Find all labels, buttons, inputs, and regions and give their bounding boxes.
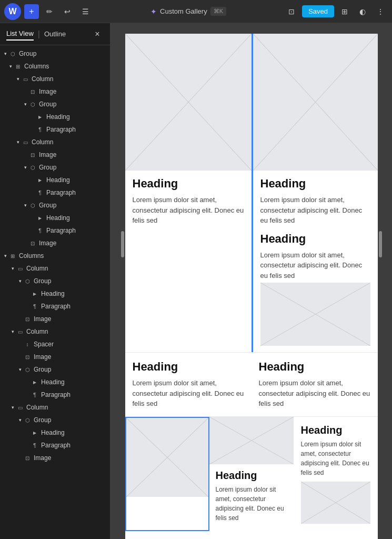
paragraph-icon-3: ¶ xyxy=(36,226,44,235)
theme-button[interactable]: ◐ xyxy=(355,4,370,19)
toggle-group-5[interactable] xyxy=(17,366,23,373)
tree-label-group-2: Group xyxy=(39,164,56,171)
toggle-columns-1[interactable] xyxy=(7,63,14,70)
paragraph-3: Lorem ipsum dolor sit amet, consectetur … xyxy=(260,250,370,281)
tree-item-heading-2[interactable]: ▶ Heading xyxy=(0,174,110,186)
tree-item-image-1[interactable]: ⊡ Image xyxy=(0,85,110,98)
paragraph-2: Lorem ipsum dolor sit amet, consectetur … xyxy=(260,195,370,226)
image-icon-2: ⊡ xyxy=(28,151,37,159)
tree-item-group-5[interactable]: ⬡ Group xyxy=(0,363,110,376)
group-icon-6: ⬡ xyxy=(23,416,32,424)
tree-item-group-1a[interactable]: ⬡ Group xyxy=(0,98,110,111)
col-3-mid: Heading Lorem ipsum dolor sit amet, cons… xyxy=(209,417,294,531)
preview-button[interactable]: ⊡ xyxy=(284,4,299,19)
paragraph-icon-2: ¶ xyxy=(36,188,44,197)
image-placeholder-3 xyxy=(260,283,370,346)
heading-icon-1: ▶ xyxy=(36,113,44,121)
heading-2: Heading xyxy=(260,177,370,191)
tree-item-heading-3[interactable]: ▶ Heading xyxy=(0,212,110,224)
tree-item-group-4[interactable]: ⬡ Group xyxy=(0,275,110,287)
tab-outline[interactable]: Outline xyxy=(44,28,66,40)
scroll-handle-right[interactable] xyxy=(379,231,382,257)
paragraph-icon-5: ¶ xyxy=(31,391,39,399)
topbar-right: ⊡ Saved ⊞ ◐ ⋮ xyxy=(284,4,388,19)
tree-item-group-3[interactable]: ⬡ Group xyxy=(0,199,110,212)
tree-item-heading-1[interactable]: ▶ Heading xyxy=(0,111,110,123)
toggle-columns-2[interactable] xyxy=(2,252,8,259)
col-2-left: Heading Lorem ipsum dolor sit amet, cons… xyxy=(125,353,252,416)
tree-item-paragraph-4[interactable]: ¶ Paragraph xyxy=(0,300,110,313)
tree-item-column-5[interactable]: ▭ Column xyxy=(0,401,110,414)
tree-item-paragraph-2[interactable]: ¶ Paragraph xyxy=(0,186,110,199)
heading-icon-5: ▶ xyxy=(31,378,39,386)
tree-item-spacer-1[interactable]: ↕ Spacer xyxy=(0,338,110,351)
tree-label-heading-4: Heading xyxy=(41,290,65,297)
more-options-button[interactable]: ⋮ xyxy=(373,4,388,19)
heading-4: Heading xyxy=(133,360,244,374)
tab-list-view[interactable]: List View xyxy=(6,27,34,41)
tree-item-image-2[interactable]: ⊡ Image xyxy=(0,148,110,161)
list-view-button[interactable]: ☰ xyxy=(78,4,93,19)
image-placeholder-5 xyxy=(209,417,294,464)
tools-button[interactable]: ✏ xyxy=(42,4,57,19)
tree-label-paragraph-5: Paragraph xyxy=(41,391,71,398)
tree-label-image-4: Image xyxy=(34,315,51,323)
tree-item-group-6[interactable]: ⬡ Group xyxy=(0,414,110,426)
toggle-group-1a[interactable] xyxy=(22,101,28,108)
toggle-column-4[interactable] xyxy=(9,328,16,335)
col-2-right: Heading Lorem ipsum dolor sit amet, cons… xyxy=(252,353,378,416)
tree-item-paragraph-6[interactable]: ¶ Paragraph xyxy=(0,439,110,452)
layout-button[interactable]: ⊞ xyxy=(337,4,352,19)
image-placeholder-4 xyxy=(126,418,208,497)
tree-label-group-1: Group xyxy=(19,50,36,57)
tree-item-heading-4[interactable]: ▶ Heading xyxy=(0,287,110,300)
undo-button[interactable]: ↩ xyxy=(60,4,75,19)
add-block-button[interactable]: + xyxy=(24,4,39,19)
tree-label-group-4: Group xyxy=(34,277,51,285)
toggle-group-4[interactable] xyxy=(17,277,23,285)
scroll-handle-left[interactable] xyxy=(121,231,124,257)
tree-item-group-2[interactable]: ⬡ Group xyxy=(0,161,110,174)
heading-1: Heading xyxy=(133,177,244,191)
tree-label-heading-5: Heading xyxy=(41,378,65,386)
tree-item-group-1[interactable]: ⬡ Group xyxy=(0,47,110,60)
heading-icon-6: ▶ xyxy=(31,428,39,437)
tree-label-group-5: Group xyxy=(34,366,51,373)
tree-item-column-1[interactable]: ▭ Column xyxy=(0,73,110,85)
sidebar-close-button[interactable]: × xyxy=(91,28,104,41)
tree-item-column-2[interactable]: ▭ Column xyxy=(0,136,110,148)
tree-item-columns-1[interactable]: ⊞ Columns xyxy=(0,60,110,73)
wordpress-logo[interactable]: W xyxy=(4,3,21,20)
saved-button[interactable]: Saved xyxy=(302,5,334,17)
group-icon-3: ⬡ xyxy=(28,201,37,209)
tree-label-paragraph-6: Paragraph xyxy=(41,442,71,449)
tree-item-paragraph-3[interactable]: ¶ Paragraph xyxy=(0,224,110,237)
tree-item-paragraph-5[interactable]: ¶ Paragraph xyxy=(0,388,110,401)
toggle-column-2[interactable] xyxy=(15,138,21,146)
tree-item-heading-5[interactable]: ▶ Heading xyxy=(0,376,110,388)
paragraph-5: Lorem ipsum dolor sit amet, consectetur … xyxy=(259,378,370,409)
heading-7: Heading xyxy=(301,424,370,436)
section-3: Heading Lorem ipsum dolor sit amet, cons… xyxy=(125,417,378,531)
toggle-column-3[interactable] xyxy=(9,265,16,272)
toggle-column-1[interactable] xyxy=(15,75,21,83)
tree-item-column-4[interactable]: ▭ Column xyxy=(0,325,110,338)
tree-item-columns-2[interactable]: ⊞ Columns xyxy=(0,249,110,262)
tree-item-image-5[interactable]: ⊡ Image xyxy=(0,351,110,363)
toggle-group-2[interactable] xyxy=(22,164,28,171)
tree-item-column-3[interactable]: ▭ Column xyxy=(0,262,110,275)
tree-label-columns-1: Columns xyxy=(24,63,49,70)
tree-item-image-6[interactable]: ⊡ Image xyxy=(0,452,110,464)
heading-icon-4: ▶ xyxy=(31,290,39,298)
paragraph-6: Lorem ipsum dolor sit amet, consectetur … xyxy=(216,485,287,523)
tree-item-paragraph-1[interactable]: ¶ Paragraph xyxy=(0,123,110,136)
toggle-group-3[interactable] xyxy=(22,202,28,209)
group-icon: ⬡ xyxy=(8,49,17,58)
tree-item-heading-6[interactable]: ▶ Heading xyxy=(0,426,110,439)
page-title: Custom Gallery xyxy=(160,7,207,15)
tree-item-image-4[interactable]: ⊡ Image xyxy=(0,313,110,325)
toggle-group-6[interactable] xyxy=(17,416,23,424)
toggle-column-5[interactable] xyxy=(9,404,16,411)
toggle-group-1[interactable] xyxy=(2,50,8,57)
tree-item-image-3[interactable]: ⊡ Image xyxy=(0,237,110,249)
